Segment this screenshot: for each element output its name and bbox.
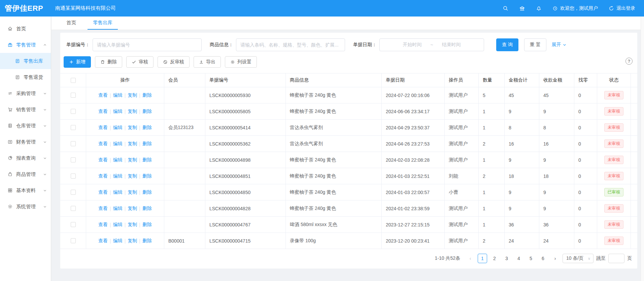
- edit-link[interactable]: 编辑: [113, 141, 123, 147]
- copy-link[interactable]: 复制: [128, 108, 137, 115]
- prev-page-button[interactable]: ‹: [466, 254, 475, 263]
- delete-link[interactable]: 删除: [142, 173, 152, 179]
- export-button[interactable]: 导出: [194, 56, 221, 68]
- date-range-picker[interactable]: 开始时间 ~ 结束时间: [379, 38, 484, 51]
- logout-button[interactable]: 退出登录: [609, 5, 635, 11]
- delete-link[interactable]: 删除: [142, 189, 152, 195]
- view-link[interactable]: 查看: [98, 238, 108, 244]
- unaudit-button[interactable]: 反审核: [158, 56, 190, 68]
- chevron-down-icon: [43, 108, 47, 112]
- edit-link[interactable]: 编辑: [113, 157, 123, 163]
- edit-link[interactable]: 编辑: [113, 108, 123, 115]
- sidebar-item-bag-top[interactable]: 商品管理: [0, 166, 51, 182]
- tab-home[interactable]: 首页: [61, 17, 81, 30]
- delete-link[interactable]: 删除: [142, 92, 152, 98]
- page-number-3[interactable]: 3: [502, 254, 511, 263]
- delete-link[interactable]: 删除: [142, 238, 152, 244]
- edit-link[interactable]: 编辑: [113, 206, 123, 212]
- jump-page-input[interactable]: [608, 254, 624, 263]
- window-scrollbar[interactable]: [641, 17, 644, 281]
- view-link[interactable]: 查看: [98, 92, 108, 98]
- row-checkbox[interactable]: [71, 206, 76, 211]
- delete-link[interactable]: 删除: [142, 141, 152, 147]
- sidebar-item-document-sub[interactable]: 零售退货: [0, 69, 51, 85]
- gift-icon: [7, 42, 13, 48]
- help-icon[interactable]: ?: [625, 58, 633, 65]
- sidebar-item-gift-top[interactable]: 零售管理: [0, 37, 51, 53]
- edit-link[interactable]: 编辑: [113, 189, 123, 195]
- view-link[interactable]: 查看: [98, 157, 108, 163]
- cell-change: 0: [574, 152, 597, 168]
- product-info-input[interactable]: [236, 38, 345, 51]
- delete-link[interactable]: 删除: [142, 157, 152, 163]
- welcome-text: 欢迎您，测试用户: [560, 5, 598, 11]
- bank-icon[interactable]: [519, 5, 525, 11]
- copy-link[interactable]: 复制: [128, 238, 137, 244]
- expand-toggle[interactable]: 展开: [552, 42, 567, 48]
- delete-button[interactable]: 删除: [95, 56, 122, 68]
- view-link[interactable]: 查看: [98, 125, 108, 131]
- bell-icon[interactable]: [536, 5, 542, 11]
- copy-link[interactable]: 复制: [128, 157, 137, 163]
- sidebar-item-grid-top[interactable]: 基本资料: [0, 182, 51, 198]
- row-checkbox[interactable]: [71, 93, 76, 98]
- row-checkbox[interactable]: [71, 125, 76, 130]
- search-icon[interactable]: [503, 5, 508, 11]
- row-checkbox[interactable]: [71, 174, 76, 179]
- view-link[interactable]: 查看: [98, 141, 108, 147]
- delete-link[interactable]: 删除: [142, 125, 152, 131]
- page-number-2[interactable]: 2: [490, 254, 499, 263]
- view-link[interactable]: 查看: [98, 222, 108, 228]
- add-button[interactable]: 新增: [64, 56, 91, 68]
- sidebar-item-home-top[interactable]: 首页: [0, 21, 51, 37]
- copy-link[interactable]: 复制: [128, 206, 137, 212]
- welcome-user[interactable]: 欢迎您，测试用户: [552, 5, 598, 11]
- edit-link[interactable]: 编辑: [113, 173, 123, 179]
- copy-link[interactable]: 复制: [128, 222, 137, 228]
- copy-link[interactable]: 复制: [128, 141, 137, 147]
- page-number-5[interactable]: 5: [526, 254, 536, 263]
- row-checkbox[interactable]: [71, 109, 76, 114]
- page-number-1[interactable]: 1: [478, 254, 487, 263]
- sidebar-item-cabinet-top[interactable]: 仓库管理: [0, 118, 51, 134]
- sidebar-item-money-top[interactable]: 财务管理: [0, 134, 51, 150]
- row-checkbox[interactable]: [71, 157, 76, 162]
- cell-product-info: 蜂蜜柚子茶 240g 黄色: [286, 152, 382, 168]
- copy-link[interactable]: 复制: [128, 189, 137, 195]
- audit-button[interactable]: 审核: [126, 56, 154, 68]
- column-settings-button[interactable]: 列设置: [225, 56, 257, 68]
- tab-retail-outbound[interactable]: 零售出库: [88, 17, 118, 30]
- delete-link[interactable]: 删除: [142, 222, 152, 228]
- view-link[interactable]: 查看: [98, 173, 108, 179]
- bill-no-input[interactable]: [93, 38, 202, 51]
- select-all-checkbox[interactable]: [71, 78, 76, 83]
- row-checkbox[interactable]: [71, 141, 76, 146]
- sidebar-item-cart-top[interactable]: 销售管理: [0, 101, 51, 118]
- edit-link[interactable]: 编辑: [113, 238, 123, 244]
- row-checkbox[interactable]: [71, 238, 76, 243]
- sidebar-item-pie-chart-top[interactable]: 报表查询: [0, 150, 51, 166]
- view-link[interactable]: 查看: [98, 206, 108, 212]
- sidebar-item-sync-top[interactable]: 采购管理: [0, 85, 51, 101]
- row-checkbox[interactable]: [71, 190, 76, 195]
- edit-link[interactable]: 编辑: [113, 125, 123, 131]
- view-link[interactable]: 查看: [98, 189, 108, 195]
- search-button[interactable]: 查 询: [496, 38, 518, 51]
- data-table: 操作会员单据编号商品信息单据日期操作员数量金额合计收款金额找零状态查看|编辑|复…: [60, 73, 637, 249]
- edit-link[interactable]: 编辑: [113, 222, 123, 228]
- delete-link[interactable]: 删除: [142, 206, 152, 212]
- copy-link[interactable]: 复制: [128, 173, 137, 179]
- page-size-select[interactable]: 10 条/页∨: [563, 254, 594, 263]
- sidebar-item-document-sub[interactable]: 零售出库: [0, 53, 51, 69]
- row-checkbox[interactable]: [71, 222, 76, 227]
- copy-link[interactable]: 复制: [128, 125, 137, 131]
- delete-link[interactable]: 删除: [142, 108, 152, 115]
- sidebar-item-gear-top[interactable]: 系统管理: [0, 198, 51, 215]
- view-link[interactable]: 查看: [98, 108, 108, 115]
- copy-link[interactable]: 复制: [128, 92, 137, 98]
- next-page-button[interactable]: ›: [550, 254, 560, 263]
- page-number-6[interactable]: 6: [538, 254, 548, 263]
- reset-button[interactable]: 重 置: [524, 38, 546, 51]
- page-number-4[interactable]: 4: [514, 254, 523, 263]
- edit-link[interactable]: 编辑: [113, 92, 123, 98]
